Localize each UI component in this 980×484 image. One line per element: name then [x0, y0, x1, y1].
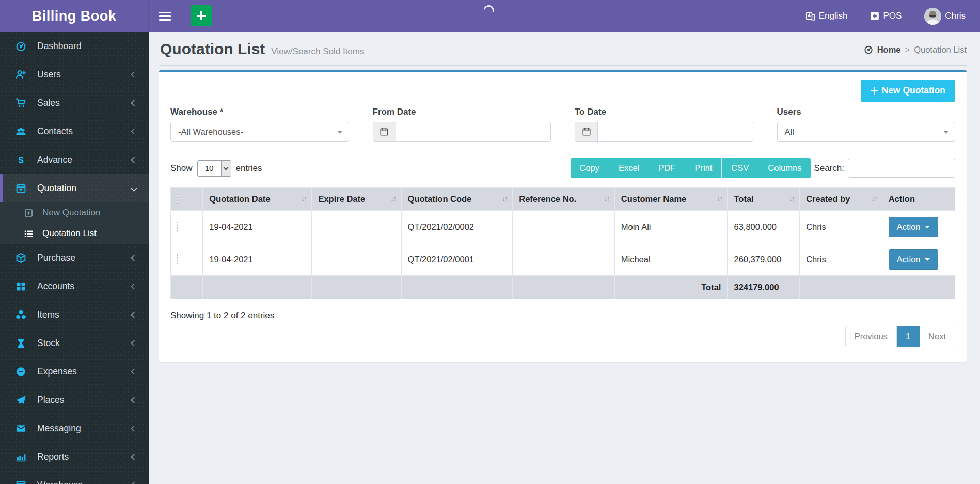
- sidebar-item-quotation[interactable]: Quotation: [0, 174, 149, 202]
- table-footer-row: Total 324179.000: [171, 276, 955, 299]
- select-all-checkbox[interactable]: [177, 194, 178, 204]
- warehouse-label: Warehouse *: [170, 107, 349, 117]
- breadcrumb: Home > Quotation List: [864, 45, 967, 55]
- breadcrumb-home-link[interactable]: Home: [877, 45, 901, 55]
- col-action: Action: [882, 188, 955, 211]
- col-quotation-code[interactable]: Quotation Code↓↑: [401, 188, 513, 211]
- sidebar-item-reports[interactable]: Reports: [0, 443, 149, 471]
- row-checkbox[interactable]: [177, 222, 178, 232]
- col-reference-no[interactable]: Reference No.↓↑: [513, 188, 614, 211]
- caret-down-icon: [221, 161, 231, 176]
- page-length-select[interactable]: 10: [197, 160, 231, 177]
- sidebar-item-accounts[interactable]: Accounts: [0, 272, 149, 301]
- user-menu[interactable]: Chris: [924, 8, 966, 25]
- pos-menu[interactable]: POS: [870, 11, 902, 21]
- caret-down-icon: [337, 131, 342, 134]
- page-1-button[interactable]: 1: [897, 326, 920, 347]
- chevron-left-icon: [131, 255, 137, 261]
- search-input[interactable]: [848, 159, 955, 178]
- page-title: Quotation List: [160, 40, 265, 58]
- sidebar-item-items[interactable]: Items: [0, 301, 149, 329]
- sidebar-item-users[interactable]: Users: [0, 60, 149, 89]
- to-date-input[interactable]: [598, 122, 753, 141]
- row-action-button[interactable]: Action: [889, 249, 938, 270]
- sidebar: Dashboard Users Sales Contacts: [0, 32, 149, 484]
- sidebar-item-new-quotation[interactable]: New Quotation: [0, 202, 149, 223]
- previous-page-button[interactable]: Previous: [846, 326, 897, 347]
- sidebar-item-label: Warehouse: [37, 480, 83, 484]
- users-select[interactable]: All: [777, 122, 956, 142]
- cell-customer-name: Moin Ali: [614, 211, 728, 243]
- col-customer-name[interactable]: Customer Name↓↑: [614, 188, 728, 211]
- plus-square-icon: [24, 208, 36, 218]
- sidebar-item-label: Dashboard: [37, 41, 82, 52]
- shopping-cart-icon: [15, 98, 29, 108]
- cube-icon: [15, 253, 29, 263]
- from-date-label: From Date: [373, 107, 551, 117]
- caret-down-icon: [925, 258, 930, 261]
- col-quotation-date[interactable]: Quotation Date↓↑: [203, 188, 312, 211]
- sidebar-item-label: Contacts: [37, 126, 73, 137]
- sidebar-item-contacts[interactable]: Contacts: [0, 117, 149, 146]
- sidebar-item-expenses[interactable]: Expenses: [0, 357, 149, 386]
- sidebar-item-places[interactable]: Places: [0, 386, 149, 414]
- warehouse-select[interactable]: -All Warehouses-: [170, 122, 349, 142]
- main-content: Quotation List View/Search Sold Items Ho…: [149, 0, 980, 362]
- sidebar-item-purchase[interactable]: Purchase: [0, 244, 149, 272]
- sidebar-item-label: Expenses: [37, 366, 77, 377]
- users-label: Users: [777, 107, 956, 117]
- sidebar-item-quotation-list[interactable]: Quotation List: [0, 223, 149, 244]
- app-logo[interactable]: Billing Book: [0, 0, 149, 32]
- sidebar-item-label: Places: [37, 395, 65, 405]
- sort-icon: ↓↑: [717, 194, 722, 202]
- row-action-button[interactable]: Action: [889, 217, 938, 237]
- sidebar-item-warehouse[interactable]: Warehouse: [0, 471, 149, 484]
- sidebar-item-advance[interactable]: $ Advance: [0, 146, 149, 174]
- chevron-left-icon: [131, 128, 137, 135]
- pdf-button[interactable]: PDF: [649, 158, 685, 178]
- cell-reference-no: [513, 243, 614, 276]
- breadcrumb-separator: >: [905, 45, 910, 55]
- select-all-header[interactable]: [171, 188, 203, 211]
- entries-summary: Showing 1 to 2 of 2 entries: [170, 310, 955, 321]
- sort-icon: ↓↑: [871, 194, 877, 202]
- sidebar-item-label: New Quotation: [42, 208, 100, 218]
- breadcrumb-current: Quotation List: [914, 45, 967, 55]
- search-label: Search:: [814, 163, 844, 174]
- sidebar-item-dashboard[interactable]: Dashboard: [0, 32, 149, 60]
- sort-icon: ↓↑: [789, 194, 795, 202]
- quotation-submenu: New Quotation Quotation List: [0, 202, 149, 244]
- sidebar-toggle-button[interactable]: [149, 0, 181, 32]
- sidebar-item-messaging[interactable]: Messaging: [0, 414, 149, 443]
- print-button[interactable]: Print: [685, 158, 722, 178]
- language-menu[interactable]: English: [805, 11, 848, 21]
- col-expire-date[interactable]: Expire Date↓↑: [312, 188, 401, 211]
- svg-text:$: $: [18, 154, 23, 165]
- chevron-left-icon: [131, 157, 137, 163]
- next-page-button[interactable]: Next: [920, 326, 955, 347]
- chevron-down-icon: [131, 185, 137, 192]
- sidebar-item-label: Accounts: [37, 281, 74, 292]
- quick-add-button[interactable]: [191, 5, 212, 26]
- copy-button[interactable]: Copy: [571, 158, 610, 178]
- excel-button[interactable]: Excel: [609, 158, 649, 178]
- sidebar-item-label: Quotation: [37, 183, 76, 194]
- from-date-input[interactable]: [396, 122, 551, 141]
- cell-expire-date: [312, 243, 401, 276]
- sidebar-item-label: Users: [37, 69, 61, 80]
- columns-button[interactable]: Columns: [758, 158, 811, 178]
- chevron-left-icon: [131, 71, 137, 78]
- sort-icon: ↓↑: [390, 194, 396, 202]
- sidebar-item-sales[interactable]: Sales: [0, 89, 149, 117]
- col-total[interactable]: Total↓↑: [728, 188, 800, 211]
- calendar-plus-icon: [15, 183, 29, 194]
- col-created-by[interactable]: Created by↓↑: [800, 188, 882, 211]
- sidebar-item-stock[interactable]: Stock: [0, 329, 149, 357]
- cell-created-by: Chris: [800, 211, 882, 243]
- bar-chart-icon: [15, 451, 29, 462]
- row-checkbox[interactable]: [177, 254, 178, 264]
- csv-button[interactable]: CSV: [722, 158, 758, 178]
- new-quotation-button[interactable]: New Quotation: [861, 80, 955, 102]
- paper-plane-icon: [15, 395, 29, 405]
- page-subtitle: View/Search Sold Items: [271, 46, 364, 57]
